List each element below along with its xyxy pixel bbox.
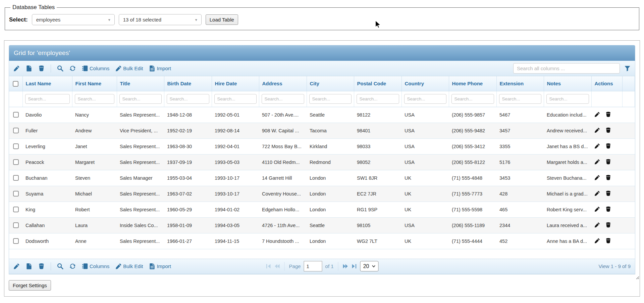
- row-checkbox[interactable]: [13, 128, 19, 133]
- table-row[interactable]: FullerAndrewVice President, ...1952-02-1…: [9, 123, 635, 138]
- row-checkbox[interactable]: [13, 175, 19, 181]
- edit-row-icon[interactable]: [594, 112, 600, 117]
- search-all-input[interactable]: [513, 63, 620, 74]
- delete-row-icon[interactable]: [605, 222, 611, 228]
- filter-funnel-icon[interactable]: [624, 65, 631, 72]
- edit-row-icon[interactable]: [594, 222, 600, 228]
- delete-row-icon[interactable]: [605, 127, 611, 133]
- table-row[interactable]: PeacockMargaretSales Represent...1937-09…: [9, 154, 635, 170]
- add-record-icon[interactable]: [26, 65, 32, 72]
- column-search-input[interactable]: [262, 94, 304, 104]
- column-search-input[interactable]: [546, 94, 589, 104]
- column-header[interactable]: Title: [117, 76, 164, 91]
- column-search-input[interactable]: [214, 94, 257, 104]
- edit-row-icon[interactable]: [594, 159, 600, 165]
- cell-address: Edgeham Hollo...: [259, 202, 307, 217]
- table-row[interactable]: DodsworthAnneSales Represent...1966-01-2…: [9, 233, 635, 249]
- delete-row-icon[interactable]: [605, 112, 611, 117]
- select-all-checkbox[interactable]: [13, 81, 18, 87]
- columns-multiselect[interactable]: 13 of 18 selected ▾: [119, 14, 202, 25]
- columns-select-value: 13 of 18 selected: [123, 17, 161, 23]
- delete-row-icon[interactable]: [605, 159, 611, 165]
- cell-last_name: Suyama: [22, 186, 72, 202]
- column-header[interactable]: Postal Code: [354, 76, 401, 91]
- delete-row-icon[interactable]: [605, 175, 611, 180]
- column-search-input[interactable]: [499, 94, 541, 104]
- column-header[interactable]: Last Name: [22, 76, 72, 91]
- delete-row-icon[interactable]: [605, 190, 611, 196]
- row-checkbox[interactable]: [13, 207, 19, 212]
- search-icon[interactable]: [57, 65, 63, 72]
- column-search-input[interactable]: [309, 94, 352, 104]
- cell-last_name: Callahan: [22, 217, 72, 233]
- table-select[interactable]: employees ▾: [32, 14, 115, 25]
- column-search-input[interactable]: [404, 94, 446, 104]
- column-header[interactable]: Extension: [496, 76, 544, 91]
- bulk-edit-button[interactable]: Bulk Edit: [115, 263, 143, 269]
- column-search-input[interactable]: [357, 94, 399, 104]
- page-size-select[interactable]: 20: [360, 261, 379, 271]
- grid-resize-handle[interactable]: [635, 275, 639, 281]
- next-page-icon[interactable]: [343, 263, 348, 269]
- column-search-input[interactable]: [119, 94, 162, 104]
- add-record-icon[interactable]: [26, 263, 32, 269]
- row-checkbox[interactable]: [13, 191, 19, 197]
- column-search-input[interactable]: [451, 94, 494, 104]
- column-search-input[interactable]: [25, 94, 70, 104]
- delete-row-icon[interactable]: [605, 238, 611, 244]
- column-header[interactable]: Notes: [544, 76, 591, 91]
- edit-row-icon[interactable]: [594, 190, 600, 196]
- table-row[interactable]: CallahanLauraInside Sales Co...1958-01-0…: [9, 217, 635, 233]
- columns-button[interactable]: Columns: [82, 263, 109, 269]
- table-row[interactable]: KingRobertSales Represent...1960-05-2919…: [9, 202, 635, 217]
- edit-row-icon[interactable]: [594, 175, 600, 180]
- cell-last_name: Davolio: [22, 107, 72, 123]
- column-header[interactable]: Actions: [591, 76, 622, 91]
- column-search-input[interactable]: [75, 94, 114, 104]
- search-row: [9, 91, 635, 107]
- row-checkbox[interactable]: [13, 143, 19, 149]
- delete-icon[interactable]: [38, 263, 45, 269]
- column-header[interactable]: Address: [259, 76, 307, 91]
- table-row[interactable]: BuchananStevenSales Manager1955-03-04199…: [9, 170, 635, 186]
- table-select-value: employees: [36, 17, 61, 23]
- page-number-input[interactable]: [304, 261, 322, 271]
- row-checkbox[interactable]: [13, 238, 19, 244]
- last-page-icon[interactable]: [352, 263, 357, 269]
- delete-row-icon[interactable]: [605, 143, 611, 149]
- delete-row-icon[interactable]: [605, 206, 611, 212]
- table-row[interactable]: LeverlingJanetSales Represent...1963-08-…: [9, 138, 635, 154]
- first-page-icon[interactable]: [266, 263, 271, 269]
- column-search-input[interactable]: [167, 94, 209, 104]
- delete-icon[interactable]: [38, 65, 45, 72]
- cell-city: Tacoma: [307, 123, 354, 138]
- column-header[interactable]: First Name: [72, 76, 117, 91]
- search-icon[interactable]: [57, 263, 63, 269]
- import-button[interactable]: Import: [149, 263, 171, 269]
- forget-settings-button[interactable]: Forget Settings: [9, 280, 51, 291]
- edit-row-icon[interactable]: [594, 127, 600, 133]
- column-header[interactable]: City: [307, 76, 354, 91]
- row-checkbox[interactable]: [13, 222, 19, 228]
- prev-page-icon[interactable]: [274, 263, 280, 269]
- refresh-icon[interactable]: [69, 65, 76, 72]
- edit-icon[interactable]: [13, 65, 20, 72]
- load-table-button[interactable]: Load Table: [206, 14, 238, 25]
- edit-row-icon[interactable]: [594, 206, 600, 212]
- column-header[interactable]: Home Phone: [449, 76, 496, 91]
- table-row[interactable]: SuyamaMichaelSales Represent...1963-07-0…: [9, 186, 635, 202]
- edit-row-icon[interactable]: [594, 143, 600, 149]
- edit-icon[interactable]: [13, 263, 20, 269]
- import-button[interactable]: Import: [149, 65, 171, 72]
- header-row: Last NameFirst NameTitleBirth DateHire D…: [9, 76, 635, 91]
- row-checkbox[interactable]: [13, 159, 19, 165]
- column-header[interactable]: Birth Date: [164, 76, 212, 91]
- table-row[interactable]: DavolioNancySales Represent...1948-12-08…: [9, 107, 635, 123]
- refresh-icon[interactable]: [69, 263, 76, 269]
- columns-button[interactable]: Columns: [82, 65, 109, 72]
- column-header[interactable]: Hire Date: [212, 76, 259, 91]
- bulk-edit-button[interactable]: Bulk Edit: [115, 65, 143, 72]
- row-checkbox[interactable]: [13, 112, 19, 118]
- column-header[interactable]: Country: [401, 76, 449, 91]
- edit-row-icon[interactable]: [594, 238, 600, 244]
